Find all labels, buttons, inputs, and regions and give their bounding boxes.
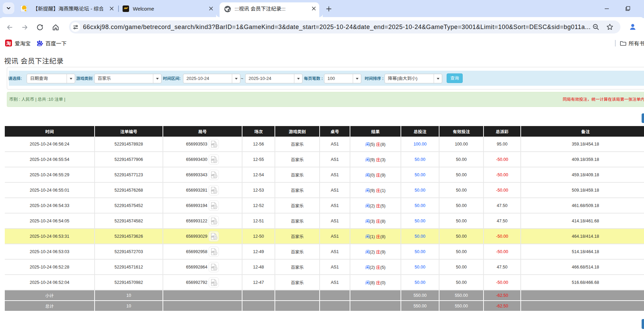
svg-text:淘: 淘 — [6, 40, 11, 46]
svg-text:du: du — [38, 43, 41, 46]
